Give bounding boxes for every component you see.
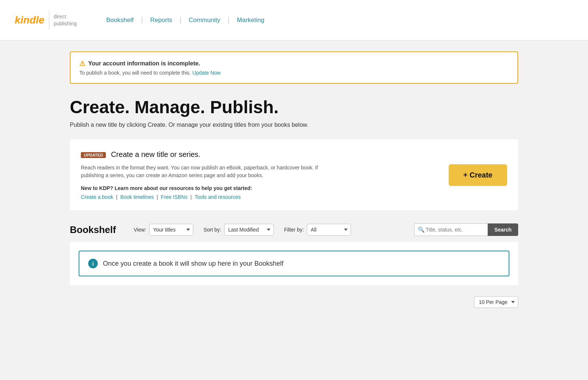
info-icon: i [88, 259, 98, 268]
sort-label: Sort by: [204, 227, 221, 233]
create-card-desc: Reach readers in the format they want. Y… [81, 164, 338, 179]
search-button[interactable]: Search [488, 223, 518, 236]
logo: kindle direct publishing [15, 11, 77, 29]
search-input-wrap: 🔍 [414, 223, 488, 236]
view-select[interactable]: Your titles All titles [149, 224, 193, 236]
logo-kindle: kindle [15, 14, 44, 26]
link-book-timelines[interactable]: Book timelines [120, 194, 154, 200]
bookshelf-title: Bookshelf [70, 224, 116, 236]
search-area: 🔍 Search [414, 223, 518, 236]
sort-select[interactable]: Last Modified Title Date Published [224, 224, 274, 236]
per-page-select[interactable]: 10 Per Page 25 Per Page 50 Per Page [474, 296, 518, 308]
alert-text: To publish a book, you will need to comp… [79, 70, 509, 76]
search-input[interactable] [414, 223, 488, 236]
create-card-heading: UPDATED Create a new title or series. [81, 150, 434, 159]
update-now-link[interactable]: Update Now [192, 70, 220, 76]
alert-title: ⚠ Your account information is incomplete… [79, 60, 509, 68]
link-tools-resources[interactable]: Tools and resources [195, 194, 241, 200]
bookshelf-empty-message: i Once you create a book it will show up… [79, 251, 509, 276]
sort-filter-group: Sort by: Last Modified Title Date Publis… [204, 224, 274, 236]
logo-dp: direct publishing [54, 13, 77, 26]
create-card: UPDATED Create a new title or series. Re… [70, 139, 518, 210]
main-nav: Bookshelf | Reports | Community | Market… [99, 16, 272, 24]
bookshelf-table: i Once you create a book it will show up… [70, 242, 518, 285]
pagination-bar: 10 Per Page 25 Per Page 50 Per Page [70, 293, 518, 308]
logo-divider [49, 11, 49, 29]
alert-banner: ⚠ Your account information is incomplete… [70, 51, 518, 84]
header: kindle direct publishing Bookshelf | Rep… [0, 0, 588, 40]
filter-by-label: Filter by: [284, 227, 304, 233]
create-card-links: Create a book | Book timelines | Free IS… [81, 194, 434, 200]
nav-bookshelf[interactable]: Bookshelf [99, 17, 141, 24]
link-sep-1: | [116, 194, 119, 200]
link-sep-3: | [190, 194, 193, 200]
create-card-left: UPDATED Create a new title or series. Re… [81, 150, 434, 200]
nav-marketing[interactable]: Marketing [230, 17, 272, 24]
updated-badge: UPDATED [81, 152, 106, 158]
main-content: ⚠ Your account information is incomplete… [55, 40, 533, 319]
link-sep-2: | [157, 194, 159, 200]
view-label: View: [134, 227, 146, 233]
view-filter-group: View: Your titles All titles [134, 224, 193, 236]
search-icon: 🔍 [418, 226, 425, 233]
hero-subtitle: Publish a new title by clicking Create. … [70, 122, 518, 128]
link-free-isbns[interactable]: Free ISBNs [161, 194, 187, 200]
link-create-book[interactable]: Create a book [81, 194, 113, 200]
hero-title: Create. Manage. Publish. [70, 97, 518, 117]
info-text: Once you create a book it will show up h… [103, 260, 283, 268]
create-button[interactable]: + Create [449, 164, 508, 186]
nav-community[interactable]: Community [182, 17, 228, 24]
bookshelf-header: Bookshelf View: Your titles All titles S… [70, 223, 518, 236]
filter-by-group: Filter by: All Live Draft In Review [284, 224, 351, 236]
nav-reports[interactable]: Reports [143, 17, 180, 24]
create-card-learn: New to KDP? Learn more about our resourc… [81, 185, 434, 191]
filter-by-select[interactable]: All Live Draft In Review [307, 224, 351, 236]
warning-icon: ⚠ [79, 60, 85, 68]
